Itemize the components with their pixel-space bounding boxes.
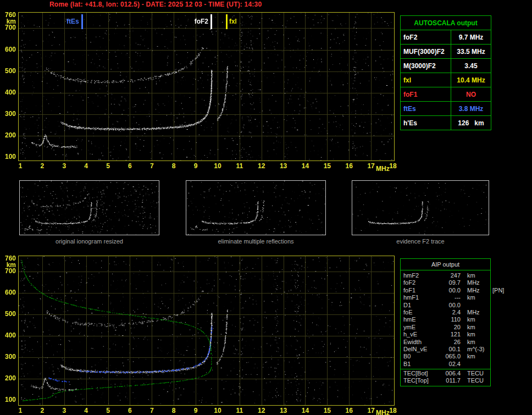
x-tick-label-2: 2 xyxy=(36,162,49,170)
aip-param-value: 121 xyxy=(439,331,461,338)
aip-row-h_vE: h_vE121km xyxy=(401,331,490,338)
aip-param-value: 02.4 xyxy=(439,361,461,368)
aip-param-unit: km xyxy=(461,272,489,279)
aip-row-TEC[Bot]: TEC[Bot]006.4TECU xyxy=(401,370,490,377)
x-tick-label-6: 6 xyxy=(123,407,136,414)
aip-param-unit: TECU xyxy=(461,370,489,377)
x-tick-label-5: 5 xyxy=(102,407,115,414)
aip-param-value: 00.1 xyxy=(439,346,461,353)
aip-param-value: 006.4 xyxy=(439,370,461,377)
aip-param-name: Ewidth xyxy=(403,339,439,346)
x-tick-label-3: 3 xyxy=(58,162,71,170)
aip-param-value: 09.7 xyxy=(439,279,461,286)
aip-param-name: TEC[Top] xyxy=(403,377,439,384)
x-tick-label-8: 8 xyxy=(167,407,180,414)
x-tick-label-15: 15 xyxy=(320,407,334,414)
aip-param-extra xyxy=(489,353,492,360)
x-tick-label-12: 12 xyxy=(255,162,268,170)
aip-param-name: h_vE xyxy=(403,331,439,338)
x-tick-label-9: 9 xyxy=(189,162,202,170)
aip-param-extra: [PN] xyxy=(489,287,504,294)
autoscala-row-h'Es: h'Es126 km xyxy=(401,116,491,130)
x-tick-label-10: 10 xyxy=(211,407,224,414)
x-tick-label-3: 3 xyxy=(58,407,71,414)
x-tick-label-15: 15 xyxy=(320,162,334,170)
aip-param-extra xyxy=(489,294,492,301)
aip-param-unit: TECU xyxy=(461,377,489,384)
aip-output-table: AIP output hmF2247kmfoF209.7MHzfoF100.0M… xyxy=(400,258,491,386)
x-tick-label-14: 14 xyxy=(298,407,312,414)
autoscala-row-M(3000)F2: M(3000)F23.45 xyxy=(401,59,491,73)
autoscala-param-label: h'Es xyxy=(401,116,451,130)
ionogram-canvas-bottom xyxy=(19,256,394,405)
y-tick-label-600: 600 xyxy=(1,289,16,296)
y-tick-label-400: 400 xyxy=(1,89,16,96)
aip-param-extra xyxy=(489,279,492,286)
aip-param-value: 011.7 xyxy=(439,377,461,384)
aip-row-B1: B102.4 xyxy=(401,361,490,368)
aip-param-extra xyxy=(489,370,492,377)
autoscala-param-label: foF1 xyxy=(401,87,451,102)
ionogram-canvas-top xyxy=(19,13,394,161)
x-tick-label-7: 7 xyxy=(145,407,158,414)
y-tick-label-600: 600 xyxy=(1,46,16,53)
aip-param-value: 110 xyxy=(439,316,461,323)
autoscala-header-row: AUTOSCALA output xyxy=(401,16,491,30)
y-tick-label-700: 700 xyxy=(1,268,16,275)
y-tick-label-100: 100 xyxy=(1,153,16,161)
aip-param-extra xyxy=(489,302,492,309)
x-tick-label-13: 13 xyxy=(277,162,290,170)
aip-param-name: B1 xyxy=(403,361,439,368)
aip-row-DelN_vE: DelN_vE00.1m^(-3) xyxy=(401,346,490,353)
autoscala-param-label: ftEs xyxy=(401,102,451,116)
x-tick-label-1: 1 xyxy=(14,162,27,170)
autoscala-param-value: 126 km xyxy=(451,116,491,130)
y-tick-label-300: 300 xyxy=(1,110,16,118)
aip-param-name: hmF1 xyxy=(403,294,439,301)
aip-param-unit: km xyxy=(461,294,489,301)
aip-param-name: hmF2 xyxy=(403,272,439,279)
aip-body: hmF2247kmfoF209.7MHzfoF100.0MHz[PN]hmF1-… xyxy=(401,270,490,386)
aip-row-Ewidth: Ewidth26km xyxy=(401,339,490,346)
aip-param-extra xyxy=(489,361,492,368)
autoscala-row-ftEs: ftEs3.8 MHz xyxy=(401,102,491,116)
aip-param-name: B0 xyxy=(403,353,439,360)
thumbnail-evidence-canvas xyxy=(352,181,489,235)
aip-row-B0: B0065.0km xyxy=(401,353,490,360)
autoscala-param-label: foF2 xyxy=(401,30,451,45)
autoscala-row-foF2: foF29.7 MHz xyxy=(401,30,491,45)
autoscala-param-value: 3.45 xyxy=(451,59,491,73)
x-tick-label-6: 6 xyxy=(123,162,136,170)
aip-row-foF1: foF100.0MHz[PN] xyxy=(401,287,490,294)
aip-param-value: 00.0 xyxy=(439,287,461,294)
autoscala-row-fxl: fxl10.4 MHz xyxy=(401,73,491,87)
aip-param-name: ymE xyxy=(403,324,439,331)
marker-label-ftEs: ftEs xyxy=(66,18,79,25)
autoscala-header: AUTOSCALA output xyxy=(401,16,491,30)
x-tick-label-7: 7 xyxy=(145,162,158,170)
aip-header: AIP output xyxy=(401,259,490,270)
autoscala-screen: Rome (lat: +41.8, lon: 012.5) - DATE: 20… xyxy=(0,0,532,415)
aip-param-unit: km xyxy=(461,331,489,338)
aip-param-value: 26 xyxy=(439,339,461,346)
aip-param-unit: km xyxy=(461,353,489,360)
aip-param-extra xyxy=(489,324,492,331)
aip-param-extra xyxy=(489,377,492,384)
aip-param-unit: MHz xyxy=(461,279,489,286)
aip-row-ymE: ymE20km xyxy=(401,324,490,331)
y-tick-label-700: 700 xyxy=(1,24,16,31)
aip-param-name: foF1 xyxy=(403,287,439,294)
aip-param-value: 247 xyxy=(439,272,461,279)
aip-param-value: 00.0 xyxy=(439,302,461,309)
y-tick-label-400: 400 xyxy=(1,332,16,339)
x-tick-label-4: 4 xyxy=(80,407,93,414)
y-tick-label-200: 200 xyxy=(1,132,16,139)
autoscala-row-foF1: foF1NO xyxy=(401,87,491,102)
aip-param-unit xyxy=(461,302,489,309)
thumbnail-eliminate-reflections xyxy=(186,180,326,235)
thumbnail-original-ionogram xyxy=(19,180,159,235)
x-tick-label-16: 16 xyxy=(342,162,356,170)
aip-param-name: hmE xyxy=(403,316,439,323)
marker-label-foF2: foF2 xyxy=(195,18,208,25)
autoscala-param-label: M(3000)F2 xyxy=(401,59,451,73)
